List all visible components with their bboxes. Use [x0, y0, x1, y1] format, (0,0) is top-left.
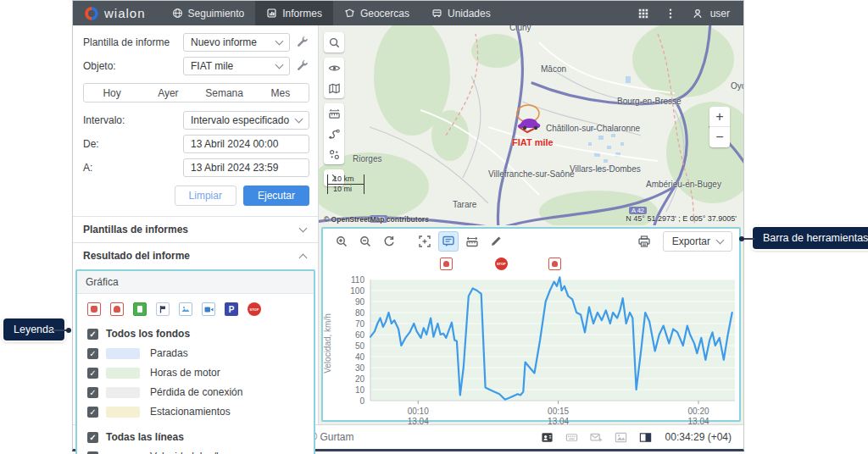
chart-marker-0[interactable]	[440, 257, 453, 270]
map-visibility-button[interactable]	[324, 58, 344, 78]
apps-grid-icon[interactable]	[637, 8, 649, 19]
city-label: Cluny	[509, 25, 531, 32]
map-attribution[interactable]: © OpenStreetMap contributors	[324, 215, 429, 224]
template-value: Nuevo informe	[191, 36, 257, 48]
wrench-icon[interactable]	[296, 59, 309, 73]
zoom-out-button[interactable]: −	[709, 127, 730, 147]
chart-reset-zoom-button[interactable]	[379, 231, 399, 252]
execute-button[interactable]: Ejecutar	[243, 185, 309, 206]
clear-button[interactable]: Limpiar	[175, 185, 236, 206]
brand-name: wialon	[104, 6, 146, 20]
checkbox[interactable]: ✓	[87, 329, 98, 340]
chart-marker-2[interactable]	[548, 257, 561, 270]
event-flag-icon[interactable]	[156, 302, 170, 316]
svg-text:00:15: 00:15	[548, 407, 569, 416]
zoom-in-button[interactable]: +	[709, 107, 730, 127]
map-layers-button[interactable]	[324, 78, 344, 98]
template-select[interactable]: Nuevo informe	[183, 33, 290, 52]
checkbox[interactable]: ✓	[87, 407, 98, 418]
to-label: A:	[83, 162, 183, 174]
from-label: De:	[83, 138, 183, 150]
svg-text:80: 80	[355, 308, 365, 318]
scale-km: 10 km	[327, 174, 364, 185]
line-swatch	[106, 451, 140, 454]
wialon-logo[interactable]: wialon	[73, 1, 161, 25]
svg-text:60: 60	[355, 330, 365, 340]
to-date-input[interactable]: 13 Abril 2024 23:59	[183, 158, 309, 177]
mail-plus-icon[interactable]	[590, 431, 603, 444]
user-menu[interactable]: user	[692, 8, 730, 19]
split-view-icon[interactable]	[639, 431, 652, 444]
image-icon[interactable]	[615, 431, 627, 444]
checkbox[interactable]: ✓	[87, 368, 98, 379]
parking-icon[interactable]: P	[225, 302, 238, 316]
operator-icon[interactable]	[541, 431, 554, 444]
city-label: Mâcon	[541, 64, 566, 74]
clustering-button[interactable]	[324, 144, 344, 164]
range-mes-button[interactable]: Mes	[253, 84, 309, 102]
legend-item-paradas: ✓ Paradas	[87, 347, 314, 359]
speed-chart[interactable]: 010203040506070809010011000:1013.0400:15…	[323, 254, 743, 428]
checkbox[interactable]: ✓	[87, 348, 98, 359]
tab-geocercas[interactable]: Geocercas	[333, 1, 420, 25]
object-select[interactable]: FIAT mile	[183, 57, 290, 75]
svg-text:13.04: 13.04	[408, 417, 429, 426]
range-hoy-button[interactable]: Hoy	[84, 84, 140, 102]
interval-select[interactable]: Intervalo especificado	[183, 111, 309, 130]
chart-draw-button[interactable]	[486, 231, 506, 252]
map-and-chart: Cluny Mâcon Bourg-en-Bresse Châtillon-su…	[319, 25, 743, 424]
section-report-result[interactable]: Resultado del informe	[73, 242, 318, 269]
section-report-templates[interactable]: Plantillas de informes	[73, 216, 318, 242]
wrench-icon[interactable]	[296, 36, 309, 49]
grafica-panel: Gráfica P ✓ Todos los	[75, 269, 315, 454]
range-ayer-button[interactable]: Ayer	[140, 84, 196, 102]
svg-text:13.04: 13.04	[548, 417, 569, 426]
tab-seguimiento[interactable]: Seguimiento	[161, 1, 256, 25]
from-date-input[interactable]: 13 Abril 2024 00:00	[183, 135, 309, 153]
chart-zoom-in-button[interactable]	[331, 231, 352, 252]
chart-body[interactable]: Velocidad, km/h 010203040506070809010011…	[323, 254, 739, 431]
geofence-icon	[344, 8, 355, 19]
tab-informes[interactable]: Informes	[255, 1, 333, 25]
video-marker-icon[interactable]	[202, 302, 215, 316]
color-swatch	[106, 368, 140, 379]
export-button[interactable]: Exportar	[663, 231, 732, 252]
fuel-theft-icon[interactable]	[110, 302, 124, 316]
checkbox[interactable]: ✓	[87, 451, 98, 454]
map[interactable]: Cluny Mâcon Bourg-en-Bresse Châtillon-su…	[319, 25, 743, 225]
map-base	[319, 25, 743, 225]
range-semana-button[interactable]: Semana	[197, 84, 253, 102]
checkbox[interactable]: ✓	[87, 387, 98, 398]
routing-button[interactable]	[324, 124, 344, 144]
chart-interval-button[interactable]	[462, 231, 482, 252]
kebab-menu-icon[interactable]	[665, 8, 676, 19]
map-search-button[interactable]	[324, 32, 344, 53]
main: Plantilla de informe Nuevo informe Objet…	[73, 25, 743, 424]
city-label: Bourg-en-Bresse	[617, 97, 682, 106]
svg-text:30: 30	[355, 363, 365, 373]
filling-station-icon[interactable]	[133, 302, 147, 316]
pencil-icon	[489, 235, 503, 248]
tab-unidades[interactable]: Unidades	[420, 1, 502, 25]
cluster-icon	[328, 148, 341, 161]
chart-tooltip-toggle-button[interactable]	[438, 231, 459, 252]
svg-text:40: 40	[355, 352, 365, 362]
svg-text:00:10: 00:10	[408, 407, 429, 416]
checkbox[interactable]: ✓	[87, 432, 98, 443]
keyboard-icon[interactable]	[565, 431, 578, 444]
measure-distance-button[interactable]	[324, 103, 344, 124]
to-date-value: 13 Abril 2024 23:59	[191, 162, 278, 174]
unit-label[interactable]: FIAT mile	[512, 137, 554, 147]
stop-icon[interactable]	[248, 302, 261, 316]
zoom-in-icon	[335, 235, 348, 248]
chart-marker-1[interactable]	[495, 257, 508, 270]
ruler-icon	[328, 108, 341, 120]
chart-fit-button[interactable]	[415, 231, 435, 252]
chart-marker-icons: P	[77, 294, 314, 319]
route-icon	[328, 128, 341, 141]
fuel-filling-icon[interactable]	[87, 302, 101, 316]
image-marker-icon[interactable]	[179, 302, 192, 316]
chart-zoom-out-button[interactable]	[355, 231, 376, 252]
interval-value: Intervalo especificado	[191, 114, 289, 126]
print-button[interactable]	[634, 231, 654, 252]
